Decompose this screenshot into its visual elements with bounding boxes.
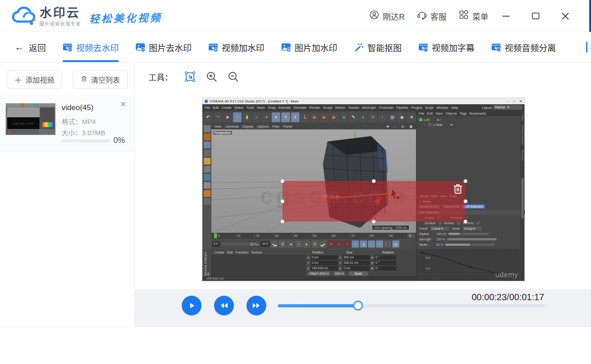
- video-list-item[interactable]: cgsop.com video(45) 格式：MP4 大小：3.07MB 0% …: [0, 95, 134, 152]
- tab-label: 视频音频分离: [505, 41, 556, 53]
- delete-selection-button[interactable]: [452, 182, 464, 195]
- video-name: video(45): [62, 103, 94, 112]
- image-add-icon: [281, 42, 291, 52]
- seek-slider-thumb[interactable]: [353, 301, 363, 311]
- user-account[interactable]: 刚达R: [369, 9, 405, 22]
- clear-list-label: 清空列表: [91, 74, 120, 85]
- magic-wand-icon: [354, 42, 364, 52]
- c4d-left-toolstrip: [202, 124, 211, 258]
- object-manager-menu: File Edit View Objects Tags Bookmarks: [416, 111, 524, 116]
- seek-slider[interactable]: [278, 304, 545, 307]
- zoom-out-tool[interactable]: [227, 70, 240, 84]
- playback-time: 00:00:23/00:01:17: [472, 292, 544, 302]
- c4d-bottom-panel: Create Edit Function Texture: [211, 249, 306, 276]
- viewport-controls: ✚ ↓ ⊘ ▣: [386, 125, 413, 129]
- fast-forward-button[interactable]: [246, 296, 266, 315]
- support-label: 客服: [430, 10, 447, 22]
- menu-label: 菜单: [472, 10, 488, 22]
- menu-grid-icon: [458, 9, 469, 22]
- video-list-sidebar: ＋ 添加视频 清空列表 cgsop.com video(45): [0, 63, 135, 327]
- tools-row: 工具：: [135, 63, 591, 91]
- resize-handle-nw[interactable]: [281, 179, 284, 183]
- watermark-selection-box[interactable]: [282, 181, 466, 222]
- feature-tabbar: ← 返回 视频去水印 图片去水印: [0, 32, 591, 62]
- thumb-toolbar: [6, 103, 55, 107]
- tab-image-watermark-remove[interactable]: 图片去水印: [135, 32, 192, 62]
- rewind-icon: [219, 302, 228, 309]
- play-button[interactable]: [182, 296, 201, 315]
- c4d-transport-controls: 0 F 90 F ▸ 90 F ◂▂ ↺ ◂ ▸ ▸ ↻ ▂▸ ⊘ ◐ ? + …: [211, 239, 416, 249]
- maximize-button[interactable]: [530, 10, 542, 22]
- video-preview-area: CINEMA 4D R17.016 Studio (R17) - [Untitl…: [135, 91, 591, 289]
- logo-subtitle: 图片视频处理专家: [40, 20, 81, 27]
- tab-overflow-indicator[interactable]: [586, 42, 587, 53]
- rewind-button[interactable]: [214, 296, 234, 315]
- tab-video-watermark-add[interactable]: 视频加水印: [208, 32, 264, 62]
- resize-handle-se[interactable]: [464, 220, 467, 223]
- tab-video-subtitle[interactable]: T 视频加字幕: [418, 32, 475, 62]
- video-audio-split-icon: ♪: [491, 42, 501, 52]
- user-icon: [369, 9, 380, 22]
- back-button[interactable]: ← 返回: [14, 32, 46, 62]
- maxon-logo-strip: MAXON CINEMA 4D: [202, 249, 211, 276]
- viewport-menubar: View Cameras Display Options Filter Pane…: [211, 124, 416, 129]
- marquee-icon: [184, 71, 197, 83]
- video-add-icon: [208, 42, 218, 52]
- minimize-button[interactable]: [500, 10, 512, 22]
- plus-icon: ＋: [14, 74, 22, 85]
- tab-video-audio-split[interactable]: ♪ 视频音频分离: [491, 32, 556, 62]
- thumb-watermark: cgsop.com: [13, 121, 34, 125]
- resize-handle-e[interactable]: [464, 200, 467, 203]
- resize-handle-w[interactable]: [281, 200, 284, 203]
- active-tab-underline: [63, 60, 119, 62]
- zoom-in-icon: [206, 71, 218, 83]
- window-edge-accent: [589, 0, 591, 32]
- remove-video-button[interactable]: ✕: [120, 100, 126, 109]
- right-panel-tabs: Tiles Content Browser Structure: [520, 111, 524, 281]
- minimize-icon: [501, 11, 511, 22]
- app-header: 水印云 图片视频处理专家 轻松美化视频 刚达R: [0, 0, 591, 32]
- resize-handle-ne[interactable]: [464, 179, 467, 183]
- c4d-coordinates-panel: Position Size Rotation X0 cm X400 cm H0 …: [306, 249, 416, 276]
- c4d-toolbar: ↶ ↷ ➤ + ▮ ○ + X Y Z L ▶ ▶ ▶ ■ ✎ ● ❉ ◐ ▦: [202, 111, 416, 124]
- add-video-button[interactable]: ＋ 添加视频: [7, 71, 62, 89]
- c4d-timeline-ruler: 0 10 20 30 40 50 60 70 80 90 0 F: [211, 233, 416, 239]
- menu-button[interactable]: 菜单: [458, 9, 488, 22]
- back-arrow-icon: ←: [14, 41, 24, 53]
- clear-list-button[interactable]: 清空列表: [73, 71, 128, 89]
- logo-slogan: 轻松美化视频: [89, 9, 162, 26]
- trash-icon: [452, 182, 464, 195]
- marquee-select-tool[interactable]: [184, 70, 197, 84]
- seek-slider-fill: [278, 304, 358, 307]
- support-button[interactable]: 客服: [416, 9, 447, 22]
- video-thumbnail[interactable]: cgsop.com: [5, 103, 56, 135]
- tab-label: 视频去水印: [76, 41, 119, 53]
- resize-handle-n[interactable]: [372, 179, 376, 183]
- close-button[interactable]: [560, 10, 571, 22]
- tab-video-watermark-remove[interactable]: 视频去水印: [63, 32, 119, 62]
- tab-label: 视频加字幕: [432, 41, 475, 53]
- user-name: 刚达R: [383, 10, 405, 22]
- tab-smart-matting[interactable]: 智能抠图: [354, 32, 402, 62]
- video-size-row: 大小：3.07MB: [62, 128, 105, 137]
- app-logo: 水印云 图片视频处理专家 轻松美化视频: [12, 6, 162, 28]
- tab-label: 图片加水印: [295, 41, 337, 53]
- thumb-color-picker: [42, 122, 54, 127]
- video-progress-text: 0%: [113, 136, 125, 145]
- tab-label: 智能抠图: [367, 41, 402, 53]
- grid-spacing-label: Grid Spacing : 1000 cm: [372, 226, 409, 230]
- logo-title: 水印云: [40, 6, 81, 20]
- svg-text:♪: ♪: [498, 48, 500, 52]
- headset-icon: [416, 9, 427, 22]
- zoom-out-icon: [227, 71, 240, 83]
- svg-text:T: T: [425, 48, 427, 51]
- image-remove-icon: [135, 42, 145, 52]
- c4d-statusbar: 199.916 cm: [202, 276, 416, 281]
- resize-handle-sw[interactable]: [281, 220, 284, 223]
- video-subtitle-icon: T: [418, 42, 428, 52]
- udemy-watermark: udemy: [495, 271, 518, 279]
- resize-handle-s[interactable]: [372, 220, 376, 223]
- video-progress-bar: [62, 139, 110, 142]
- zoom-in-tool[interactable]: [205, 70, 219, 84]
- tab-image-watermark-add[interactable]: 图片加水印: [281, 32, 337, 62]
